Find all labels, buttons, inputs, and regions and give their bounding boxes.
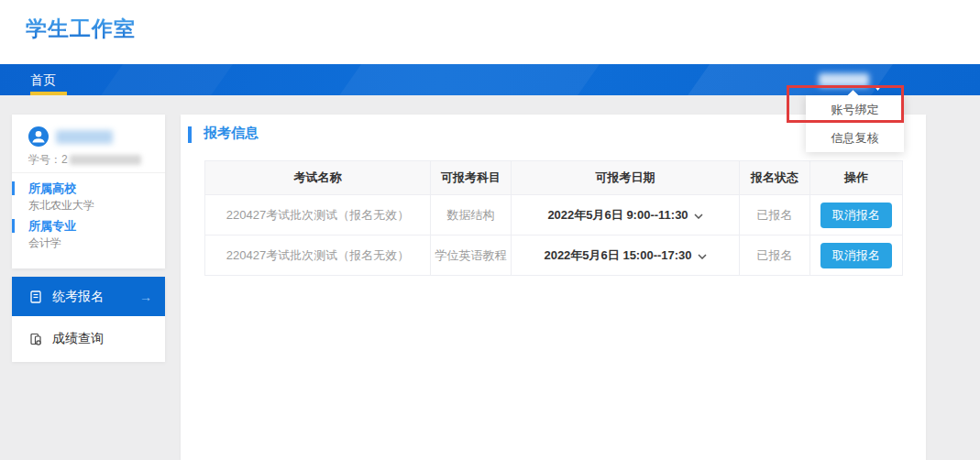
- col-header-date: 可报考日期: [512, 161, 740, 195]
- date-text: 2022年5月6日 15:00--17:30: [544, 248, 691, 262]
- navbar-decoration: [84, 64, 246, 95]
- username-redacted-blur[interactable]: [819, 73, 869, 87]
- sidebar-item-label: 统考报名: [52, 289, 104, 305]
- table-row: 220427考试批次测试（报名无效） 数据结构 2022年5月6日 9:00--…: [205, 195, 903, 235]
- cancel-registration-button[interactable]: 取消报名: [820, 203, 892, 228]
- cell-actions: 取消报名: [810, 195, 903, 235]
- student-id-redacted-blur: [70, 155, 141, 165]
- sidebar-item-label: 成绩查询: [52, 331, 104, 347]
- section-title-accent-bar: [188, 126, 192, 143]
- col-header-actions: 操作: [810, 161, 903, 195]
- arrow-right-icon: →: [139, 290, 152, 304]
- user-avatar-icon: [28, 126, 49, 147]
- tab-home[interactable]: 首页: [30, 64, 56, 95]
- section-title: 报考信息: [204, 125, 259, 142]
- user-dropdown-menu: 账号绑定 信息复核: [806, 95, 904, 152]
- page-title: 学生工作室: [26, 15, 136, 43]
- score-report-icon: [28, 332, 43, 346]
- navbar-decoration: [323, 64, 612, 95]
- cell-subject: 数据结构: [431, 195, 512, 235]
- student-id-row: 学号：2: [28, 152, 141, 168]
- university-label: 所属高校: [28, 181, 76, 197]
- table-row: 220427考试批次测试（报名无效） 学位英语教程 2022年5月6日 15:0…: [205, 235, 903, 276]
- screen: 学生工作室 首页 退出 账号绑定 信息复核 学号：2: [0, 0, 980, 460]
- major-value: 会计学: [28, 235, 61, 251]
- university-value: 东北农业大学: [28, 198, 94, 214]
- cell-actions: 取消报名: [810, 235, 903, 276]
- sidebar-item-score-query[interactable]: 成绩查询: [12, 316, 165, 362]
- date-text: 2022年5月6日 9:00--11:30: [547, 208, 688, 222]
- table-header-row: 考试名称 可报考科目 可报考日期 报名状态 操作: [205, 161, 903, 195]
- cell-subject: 学位英语教程: [431, 235, 512, 276]
- chevron-down-icon[interactable]: [698, 248, 707, 262]
- cancel-registration-button[interactable]: 取消报名: [820, 243, 892, 268]
- chevron-down-icon[interactable]: [694, 208, 703, 222]
- major-label: 所属专业: [28, 218, 76, 235]
- student-id-label: 学号：2: [28, 153, 68, 166]
- divider: [12, 172, 165, 173]
- sidebar-item-exam-registration[interactable]: 统考报名 →: [12, 277, 165, 316]
- document-icon: [28, 290, 43, 304]
- logout-button[interactable]: 退出: [903, 0, 929, 31]
- main-panel: 报考信息 考试名称 可报考科目 可报考日期 报名状态 操作 220427考试批次…: [181, 115, 926, 460]
- caret-down-icon[interactable]: [874, 78, 882, 94]
- navbar-decoration: [671, 64, 906, 95]
- col-header-exam-name: 考试名称: [205, 161, 431, 195]
- cell-status: 已报名: [740, 235, 810, 276]
- dropdown-item-info-review[interactable]: 信息复核: [806, 124, 904, 152]
- profile-card: 学号：2 所属高校 东北农业大学 所属专业 会计学: [12, 115, 165, 268]
- label-accent-bar: [12, 181, 15, 195]
- cell-date-expandable[interactable]: 2022年5月6日 15:00--17:30: [512, 235, 740, 276]
- col-header-status: 报名状态: [740, 161, 810, 195]
- col-header-subject: 可报考科目: [431, 161, 512, 195]
- cell-date-expandable[interactable]: 2022年5月6日 9:00--11:30: [512, 195, 740, 235]
- exam-registration-table: 考试名称 可报考科目 可报考日期 报名状态 操作 220427考试批次测试（报名…: [204, 160, 903, 276]
- label-accent-bar: [12, 219, 15, 233]
- cell-exam-name: 220427考试批次测试（报名无效）: [205, 195, 431, 235]
- profile-name-redacted-blur: [56, 130, 113, 144]
- cell-status: 已报名: [740, 195, 810, 235]
- page-header: 学生工作室: [0, 0, 980, 64]
- cell-exam-name: 220427考试批次测试（报名无效）: [205, 235, 431, 276]
- sidebar-menu: 统考报名 → 成绩查询: [12, 277, 165, 362]
